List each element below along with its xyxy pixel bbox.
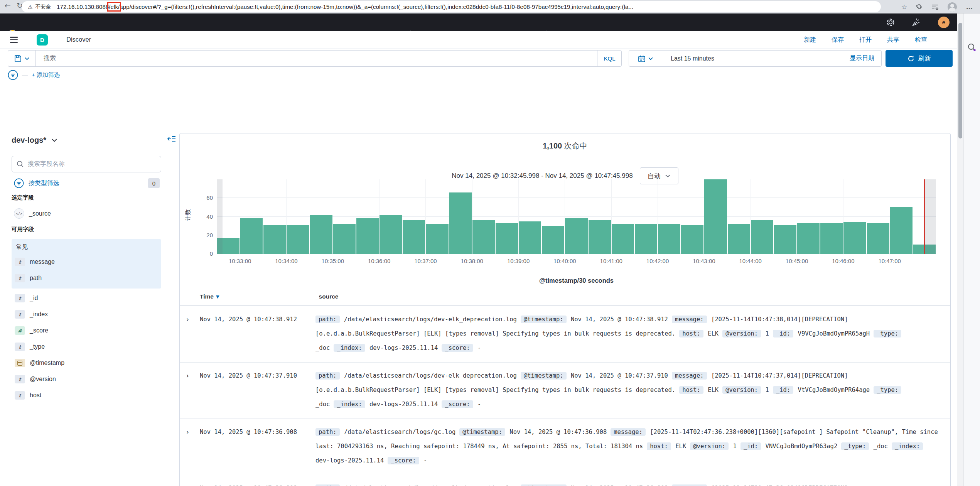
histogram-bar[interactable] bbox=[565, 218, 587, 254]
histogram-bar[interactable] bbox=[890, 207, 913, 254]
show-dates-link[interactable]: 显示日期 bbox=[850, 54, 881, 62]
field-name: @version bbox=[30, 376, 56, 383]
calendar-menu-button[interactable] bbox=[629, 51, 662, 66]
field-badge: _score: bbox=[442, 344, 473, 352]
x-tick-label: 10:44:00 bbox=[739, 258, 762, 264]
histogram-bar[interactable] bbox=[356, 218, 379, 254]
histogram-bar[interactable] bbox=[774, 225, 796, 254]
field-value: Nov 14, 2025 @ 10:47:37.910 bbox=[571, 372, 668, 379]
browser-profile-avatar[interactable] bbox=[948, 2, 957, 12]
index-pattern-selector[interactable]: dev-logs* bbox=[12, 136, 57, 145]
number-field-icon: # bbox=[15, 326, 25, 335]
breadcrumb-bar: D Discover 新建 保存 打开 共享 检查 bbox=[0, 31, 957, 49]
open-button[interactable]: 打开 bbox=[859, 36, 872, 44]
share-button[interactable]: 共享 bbox=[887, 36, 899, 44]
url-bar[interactable]: ⚠ 不安全 172.16.10.130:8088/elk/app/discove… bbox=[22, 1, 881, 12]
browser-back-icon[interactable]: ← bbox=[5, 1, 11, 10]
refresh-button[interactable]: 刷新 bbox=[886, 50, 953, 67]
time-range-label[interactable]: Last 15 minutes bbox=[662, 55, 850, 62]
histogram-bar[interactable] bbox=[519, 221, 541, 254]
user-avatar[interactable]: e bbox=[938, 17, 950, 28]
field-item-path[interactable]: tpath bbox=[12, 270, 161, 286]
field-name: path bbox=[30, 275, 42, 282]
expand-row-icon[interactable]: › bbox=[186, 425, 200, 439]
histogram-bar[interactable] bbox=[820, 223, 843, 254]
source-field-icon: </> bbox=[14, 208, 24, 219]
filter-by-type-button[interactable]: 按类型筛选 0 bbox=[14, 177, 160, 189]
histogram-bar[interactable] bbox=[380, 215, 402, 254]
histogram-bar[interactable] bbox=[287, 225, 309, 254]
histogram-bar[interactable] bbox=[496, 223, 518, 254]
histogram-bar[interactable] bbox=[797, 223, 820, 254]
histogram-bar[interactable] bbox=[704, 179, 727, 254]
saved-query-menu-button[interactable] bbox=[8, 51, 36, 66]
expand-row-icon[interactable]: › bbox=[186, 312, 200, 327]
field-item--score[interactable]: #_score bbox=[12, 322, 161, 339]
histogram-bar[interactable] bbox=[449, 192, 472, 254]
save-button[interactable]: 保存 bbox=[832, 36, 844, 44]
histogram-bar[interactable] bbox=[472, 220, 495, 254]
field-item--timestamp[interactable]: @timestamp bbox=[12, 355, 161, 371]
field-item-host[interactable]: thost bbox=[12, 387, 161, 403]
sidebar-search-icon[interactable] bbox=[967, 43, 977, 52]
histogram-bar[interactable] bbox=[612, 224, 634, 254]
expand-row-icon[interactable]: › bbox=[186, 369, 200, 383]
histogram-bar[interactable] bbox=[681, 225, 703, 254]
filter-menu-icon[interactable] bbox=[8, 70, 18, 80]
field-item--index[interactable]: t_index bbox=[12, 306, 161, 322]
date-picker: Last 15 minutes 显示日期 bbox=[629, 50, 882, 67]
text-field-icon: t bbox=[15, 310, 25, 319]
histogram-bar[interactable] bbox=[843, 222, 866, 254]
newsfeed-icon[interactable] bbox=[912, 18, 921, 27]
y-tick-label: 60 bbox=[206, 194, 213, 201]
histogram-bar[interactable] bbox=[542, 226, 564, 254]
text-field-icon: t bbox=[15, 294, 25, 302]
histogram-bar[interactable] bbox=[589, 220, 611, 254]
field-value: dev-logs-2025.11.14 bbox=[315, 457, 384, 464]
extensions-icon[interactable] bbox=[916, 4, 923, 10]
url-suffix: app/discover#/?_g=(filters:!(),refreshIn… bbox=[120, 3, 633, 10]
histogram-bar[interactable] bbox=[240, 218, 263, 254]
kql-toggle-button[interactable]: KQL bbox=[597, 51, 621, 66]
histogram-bar[interactable] bbox=[728, 224, 750, 254]
y-tick-label: 0 bbox=[210, 250, 213, 257]
field-badge: _id: bbox=[740, 442, 761, 450]
expand-row-icon[interactable]: › bbox=[186, 481, 200, 486]
bookmark-star-icon[interactable]: ☆ bbox=[901, 3, 907, 11]
histogram-bar[interactable] bbox=[658, 224, 680, 254]
collapse-sidebar-icon[interactable] bbox=[167, 135, 176, 143]
add-filter-link[interactable]: + 添加筛选 bbox=[32, 71, 60, 79]
field-item--type[interactable]: t_type bbox=[12, 339, 161, 355]
collections-icon[interactable] bbox=[932, 4, 938, 10]
help-icon[interactable] bbox=[886, 18, 895, 27]
field-search-input[interactable]: 搜索字段名称 bbox=[12, 156, 161, 172]
new-button[interactable]: 新建 bbox=[804, 36, 816, 44]
field-item--version[interactable]: t@version bbox=[12, 371, 161, 387]
popular-fields-section: 常见 tmessagetpath bbox=[12, 239, 161, 289]
histogram-bar[interactable] bbox=[635, 224, 657, 254]
inspect-button[interactable]: 检查 bbox=[915, 36, 927, 44]
histogram-bar[interactable] bbox=[426, 224, 448, 254]
histogram-bar[interactable] bbox=[310, 215, 332, 254]
page-scrollbar[interactable] bbox=[957, 14, 963, 486]
x-tick-label: 10:42:00 bbox=[646, 258, 669, 264]
histogram-bar[interactable] bbox=[263, 225, 286, 254]
histogram-bar[interactable] bbox=[751, 220, 773, 254]
chevron-down-icon bbox=[665, 174, 670, 177]
histogram-bar[interactable] bbox=[867, 223, 889, 254]
field-item-message[interactable]: tmessage bbox=[12, 254, 161, 270]
field-badge: _index: bbox=[334, 344, 365, 352]
table-header: Time ▼ _source bbox=[186, 293, 942, 305]
browser-menu-icon[interactable]: … bbox=[966, 3, 973, 11]
histogram-bar[interactable] bbox=[333, 224, 356, 254]
field-item-source[interactable]: </> _source bbox=[14, 208, 51, 219]
refresh-icon bbox=[907, 55, 914, 62]
scrollbar-thumb[interactable] bbox=[958, 23, 962, 138]
kql-search-input[interactable]: 搜索 bbox=[36, 54, 597, 62]
field-badge: @timestamp: bbox=[459, 428, 505, 436]
time-column-header[interactable]: Time ▼ bbox=[200, 293, 219, 300]
field-badge: _score: bbox=[388, 457, 419, 464]
field-item--id[interactable]: t_id bbox=[12, 290, 161, 306]
menu-hamburger-icon[interactable] bbox=[10, 37, 18, 43]
histogram-bar[interactable] bbox=[403, 220, 425, 254]
